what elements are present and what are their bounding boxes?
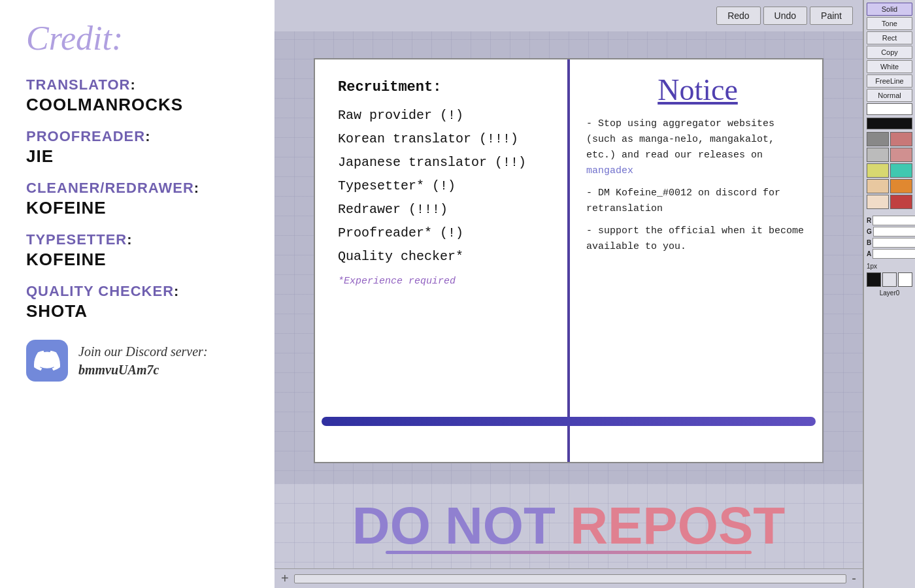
black-swatch[interactable] — [867, 118, 912, 129]
role-translator: TRANSLATOR: COOLMANROCKS — [26, 69, 255, 115]
canvas-wrapper: Recruitment: Raw provider (!) Korean tra… — [274, 31, 863, 483]
left-panel: Credit: TRANSLATOR: COOLMANROCKS PROOFRE… — [0, 0, 274, 588]
recruitment-item-4: Typesetter* (!) — [338, 176, 554, 196]
bg-color[interactable] — [898, 272, 912, 287]
right-panel: Solid Tone Rect Copy White FreeLine Norm… — [863, 0, 915, 588]
purple-bar — [322, 417, 816, 426]
quality-name: SHOTA — [26, 301, 255, 321]
color-gray[interactable] — [867, 132, 889, 146]
b-label: B — [867, 239, 871, 246]
a-row: A — [867, 249, 912, 259]
color-lightgray[interactable] — [867, 148, 889, 162]
tone-tool[interactable]: Tone — [867, 17, 912, 30]
selected-colors — [867, 272, 912, 287]
translator-label: TRANSLATOR: — [26, 76, 255, 93]
notice-bullet-1: - Stop using aggregator websites (such a… — [586, 116, 809, 179]
freeline-tool[interactable]: FreeLine — [867, 74, 912, 88]
white-swatch[interactable] — [867, 103, 912, 115]
a-label: A — [867, 250, 871, 257]
do-not-repost-section: DO NOT REPOST — [274, 483, 863, 568]
credit-title: Credit: — [26, 20, 255, 57]
typesetter-name: KOFEINE — [26, 250, 255, 270]
role-cleaner: CLEANER/REDRAWER: KOFEINE — [26, 172, 255, 218]
g-label: G — [867, 228, 872, 235]
top-toolbar: Redo Undo Paint — [274, 0, 863, 31]
do-not-repost-text: DO NOT REPOST — [352, 500, 785, 552]
rect-tool[interactable]: Rect — [867, 31, 912, 44]
canvas-right: Notice - Stop using aggregator websites … — [570, 59, 822, 462]
recruitment-item-5: Redrawer (!!!) — [338, 200, 554, 220]
discord-icon[interactable] — [26, 340, 68, 382]
color-pink[interactable] — [890, 132, 912, 146]
zoom-plus[interactable]: + — [281, 571, 289, 586]
dnr-underline — [386, 551, 752, 554]
color-lightskin[interactable] — [867, 195, 889, 209]
mangadex-link[interactable]: mangadex — [586, 165, 633, 176]
b-row: B — [867, 238, 912, 248]
role-proofreader: PROOFREADER: JIE — [26, 120, 255, 167]
color-red[interactable] — [890, 195, 912, 209]
paint-button[interactable]: Paint — [810, 7, 853, 25]
notice-text: - Stop using aggregator websites (such a… — [586, 116, 809, 255]
recruitment-item-3: Japanese translator (!!) — [338, 153, 554, 172]
horizontal-scrollbar[interactable] — [294, 574, 847, 583]
recruitment-item-7: Quality checker* — [338, 247, 554, 267]
experience-note: *Experience required — [338, 276, 554, 287]
r-label: R — [867, 217, 871, 224]
proofreader-name: JIE — [26, 146, 255, 167]
notice-title: Notice — [586, 73, 809, 107]
cleaner-name: KOFEINE — [26, 198, 255, 218]
mid-color[interactable] — [882, 272, 897, 287]
fg-color[interactable] — [867, 272, 881, 287]
notice-bullet-3: - support the official when it become av… — [586, 223, 809, 255]
color-salmon[interactable] — [890, 148, 912, 162]
rgb-section: R G B A — [867, 214, 912, 259]
recruitment-item-2: Korean translator (!!!) — [338, 129, 554, 149]
layer-row: Layer0 — [867, 289, 912, 297]
px-row: 1px — [867, 263, 912, 270]
redo-button[interactable]: Redo — [716, 7, 760, 25]
layer-label: Layer0 — [880, 289, 900, 297]
recruitment-item-1: Raw provider (!) — [338, 106, 554, 125]
px-value: 1px — [867, 263, 877, 270]
copy-tool[interactable]: Copy — [867, 46, 912, 59]
undo-button[interactable]: Undo — [763, 7, 807, 25]
bottom-bar: + - — [274, 568, 863, 588]
r-input[interactable] — [873, 216, 915, 225]
main-area: Redo Undo Paint Recruitment: Raw provide… — [274, 0, 863, 588]
notice-bullet-2: - DM Kofeine_#0012 on discord for retran… — [586, 186, 809, 217]
normal-tool[interactable]: Normal — [867, 89, 912, 102]
discord-section: Join our Discord server: bmmvuUAm7c — [26, 340, 255, 382]
white-tool[interactable]: White — [867, 60, 912, 73]
typesetter-label: TYPESETTER: — [26, 231, 255, 248]
color-orange[interactable] — [890, 179, 912, 193]
canvas-left: Recruitment: Raw provider (!) Korean tra… — [315, 59, 570, 462]
role-typesetter: TYPESETTER: KOFEINE — [26, 223, 255, 270]
color-grid — [867, 132, 912, 209]
repost-part: REPOST — [570, 497, 785, 555]
solid-tool[interactable]: Solid — [867, 3, 912, 16]
zoom-minus[interactable]: - — [852, 571, 856, 586]
color-yellow[interactable] — [867, 163, 889, 178]
cleaner-label: CLEANER/REDRAWER: — [26, 180, 255, 197]
canvas: Recruitment: Raw provider (!) Korean tra… — [314, 58, 824, 463]
do-not-part: DO NOT — [352, 497, 570, 555]
proofreader-label: PROOFREADER: — [26, 128, 255, 145]
quality-label: QUALITY CHECKER: — [26, 283, 255, 300]
discord-text: Join our Discord server: bmmvuUAm7c — [78, 342, 208, 379]
recruitment-title: Recruitment: — [338, 79, 554, 95]
a-input[interactable] — [873, 249, 915, 259]
role-quality: QUALITY CHECKER: SHOTA — [26, 275, 255, 321]
color-teal[interactable] — [890, 163, 912, 178]
b-input[interactable] — [873, 238, 915, 248]
r-row: R — [867, 216, 912, 225]
color-skin[interactable] — [867, 179, 889, 193]
recruitment-item-6: Proofreader* (!) — [338, 223, 554, 243]
discord-logo-icon — [34, 348, 60, 374]
translator-name: COOLMANROCKS — [26, 95, 255, 115]
g-row: G — [867, 227, 912, 237]
g-input[interactable] — [873, 227, 915, 237]
